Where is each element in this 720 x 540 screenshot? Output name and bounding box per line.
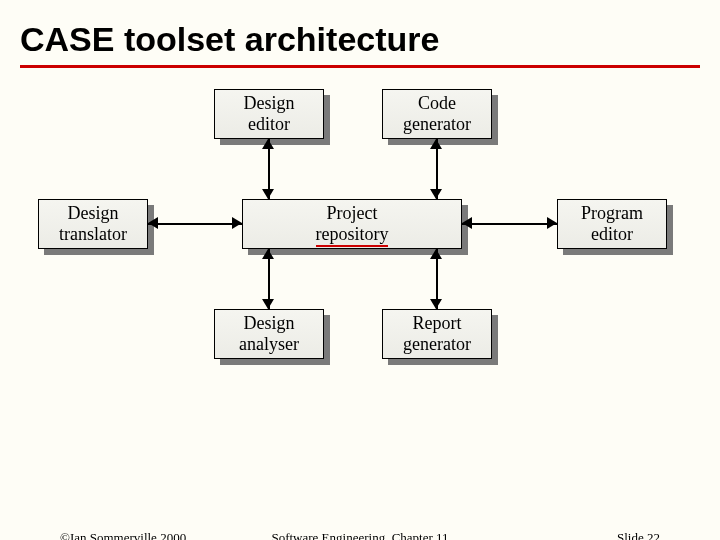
slide-header: CASE toolset architecture	[0, 0, 720, 68]
arrowhead	[547, 217, 557, 229]
node-design-analyser: Design analyser	[214, 309, 324, 359]
arrowhead	[430, 299, 442, 309]
connector	[462, 223, 557, 225]
repository-label: Project repository	[316, 203, 389, 244]
arrowhead	[430, 189, 442, 199]
arrowhead	[262, 189, 274, 199]
arrowhead	[232, 217, 242, 229]
arrowhead	[262, 139, 274, 149]
arrowhead	[262, 299, 274, 309]
node-code-generator: Code generator	[382, 89, 492, 139]
connector	[148, 223, 242, 225]
arrowhead	[462, 217, 472, 229]
footer-chapter: Software Engineering, Chapter 11	[0, 530, 720, 540]
footer-slide: Slide 22	[617, 530, 660, 540]
repo-word-repository: repository	[316, 224, 389, 247]
arrowhead	[430, 139, 442, 149]
node-report-generator: Report generator	[382, 309, 492, 359]
diagram-canvas: Design editor Code generator Design tran…	[0, 68, 720, 488]
node-program-editor: Program editor	[557, 199, 667, 249]
slide-title: CASE toolset architecture	[20, 20, 700, 59]
repo-word-project: Project	[326, 203, 377, 223]
arrowhead	[262, 249, 274, 259]
arrowhead	[430, 249, 442, 259]
node-project-repository: Project repository	[242, 199, 462, 249]
node-design-translator: Design translator	[38, 199, 148, 249]
arrowhead	[148, 217, 158, 229]
node-design-editor: Design editor	[214, 89, 324, 139]
